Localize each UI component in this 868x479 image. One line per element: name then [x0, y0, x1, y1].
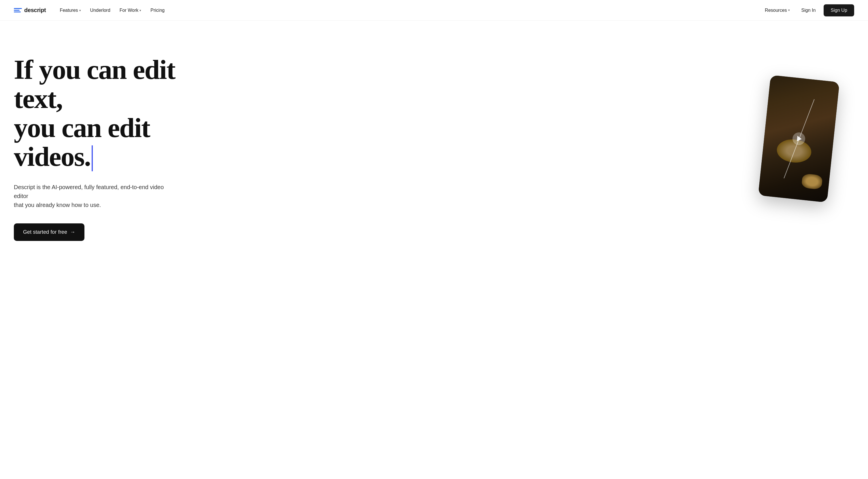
play-button-overlay	[792, 132, 806, 146]
phone-mockup	[758, 75, 840, 203]
chevron-down-icon: ▾	[788, 8, 790, 12]
logo-icon	[14, 8, 22, 12]
hero-right-visual	[764, 78, 845, 199]
cursor-blink	[92, 145, 93, 171]
nav-left: descript Features ▾ Underlord For Work ▾…	[14, 5, 168, 15]
nav-item-pricing[interactable]: Pricing	[147, 5, 168, 15]
hero-content: If you can edit text, you can edit video…	[14, 44, 216, 241]
hero-heading: If you can edit text, you can edit video…	[14, 55, 216, 172]
nav-right: Resources ▾ Sign In Sign Up	[762, 4, 854, 16]
nav-item-features[interactable]: Features ▾	[56, 5, 84, 15]
navbar: descript Features ▾ Underlord For Work ▾…	[0, 0, 868, 21]
hero-subtext: Descript is the AI-powered, fully featur…	[14, 183, 169, 210]
chevron-down-icon: ▾	[79, 9, 81, 12]
resources-button[interactable]: Resources ▾	[762, 5, 793, 15]
hero-section: If you can edit text, you can edit video…	[0, 21, 868, 479]
logo-link[interactable]: descript	[14, 7, 46, 13]
nav-item-for-work[interactable]: For Work ▾	[116, 5, 145, 15]
signin-button[interactable]: Sign In	[796, 5, 822, 16]
arrow-right-icon: →	[70, 229, 75, 235]
phone-screen	[758, 75, 840, 203]
chevron-down-icon: ▾	[140, 9, 141, 12]
signup-button[interactable]: Sign Up	[824, 4, 854, 16]
nav-items: Features ▾ Underlord For Work ▾ Pricing	[56, 5, 168, 15]
logo-text: descript	[24, 7, 46, 13]
cta-button[interactable]: Get started for free →	[14, 224, 85, 241]
nav-item-underlord[interactable]: Underlord	[87, 5, 114, 15]
